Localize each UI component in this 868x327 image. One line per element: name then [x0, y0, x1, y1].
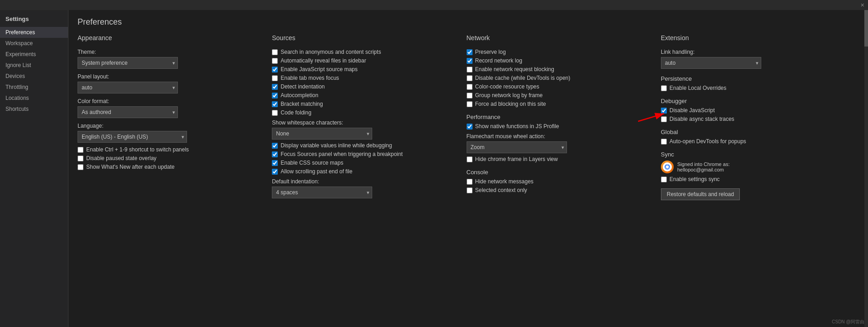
sidebar-item-experiments[interactable]: Experiments: [0, 49, 68, 60]
checkbox-color-code[interactable]: [467, 84, 473, 90]
checkbox-label-detect-indent: Detect indentation: [281, 83, 325, 90]
flamechart-select[interactable]: ZoomScroll: [467, 141, 567, 153]
sidebar: Settings PreferencesWorkspaceExperiments…: [0, 10, 68, 327]
checkbox-row-tab-moves-focus: Enable tab moves focus: [272, 75, 455, 81]
checkbox-bracket-matching[interactable]: [272, 101, 278, 107]
checkbox-row-bracket-matching: Bracket matching: [272, 101, 455, 107]
theme-label: Theme:: [78, 49, 261, 55]
checkbox-disable-cache[interactable]: [467, 75, 473, 81]
checkbox-row-disable-paused: Disable paused state overlay: [78, 155, 261, 161]
sidebar-item-workspace[interactable]: Workspace: [0, 38, 68, 49]
checkbox-enable-css-maps[interactable]: [272, 160, 278, 166]
extension-section-title: Extension: [661, 34, 844, 43]
checkbox-show-native[interactable]: [467, 124, 473, 130]
link-handling-select[interactable]: autonone: [661, 57, 761, 69]
checkbox-disable-js[interactable]: [661, 108, 667, 114]
checkbox-row-allow-scrolling: Allow scrolling past end of file: [272, 168, 455, 175]
checkbox-label-selected-context: Selected context only: [475, 187, 527, 193]
checkbox-code-folding[interactable]: [272, 110, 278, 116]
sidebar-item-ignore-list[interactable]: Ignore List: [0, 60, 68, 71]
content-area: Preferences Appearance Theme: System pre…: [68, 10, 864, 327]
color-format-select-wrapper: As authoredhexrgbhsl: [78, 106, 178, 118]
checkbox-search-anon[interactable]: [272, 49, 278, 55]
checkbox-hide-network-messages[interactable]: [467, 179, 473, 185]
checkbox-row-display-variable: Display variable values inline while deb…: [272, 142, 455, 149]
sidebar-item-shortcuts[interactable]: Shortcuts: [0, 104, 68, 114]
sync-signed-in-text: Signed into Chrome as:: [677, 161, 730, 167]
checkbox-focus-sources[interactable]: [272, 151, 278, 157]
checkbox-row-disable-cache: Disable cache (while DevTools is open): [467, 75, 650, 81]
sidebar-item-devices[interactable]: Devices: [0, 71, 68, 82]
checkbox-label-group-network: Group network log by frame: [475, 92, 543, 99]
performance-title: Performance: [467, 114, 650, 120]
checkbox-disable-async[interactable]: [661, 116, 667, 122]
scrollbar-thumb[interactable]: [864, 10, 868, 47]
checkbox-label-disable-paused: Disable paused state overlay: [86, 155, 156, 161]
checkbox-show-whats-new[interactable]: [78, 164, 83, 170]
checkbox-label-disable-async: Disable async stack traces: [670, 116, 734, 122]
watermark: CSDN @阿雷由: [832, 319, 864, 325]
checkbox-label-enable-local-overrides: Enable Local Overrides: [670, 85, 727, 91]
checkbox-label-hide-network-messages: Hide network messages: [475, 178, 534, 185]
appearance-column: Appearance Theme: System preferenceLight…: [78, 34, 272, 200]
color-format-select[interactable]: As authoredhexrgbhsl: [78, 106, 178, 118]
sidebar-title: Settings: [0, 12, 68, 27]
checkbox-label-enable-blocking: Enable network request blocking: [475, 66, 554, 73]
checkbox-label-disable-js: Disable JavaScript: [670, 107, 715, 114]
sidebar-item-locations[interactable]: Locations: [0, 93, 68, 104]
checkbox-label-show-native: Show native functions in JS Profile: [475, 123, 559, 130]
checkbox-detect-indent[interactable]: [272, 84, 278, 90]
checkbox-label-tab-moves-focus: Enable tab moves focus: [281, 75, 339, 81]
checkbox-enable-blocking[interactable]: [467, 67, 473, 73]
checkbox-label-enable-css-maps: Enable CSS source maps: [281, 160, 343, 166]
checkbox-preserve-log[interactable]: [467, 49, 473, 55]
checkbox-label-bracket-matching: Bracket matching: [281, 101, 323, 107]
language-select[interactable]: English (US) - English (US): [78, 131, 187, 143]
checkbox-selected-context[interactable]: [467, 187, 473, 193]
checkbox-enable-settings-sync[interactable]: [661, 176, 667, 182]
checkbox-label-allow-scrolling: Allow scrolling past end of file: [281, 168, 352, 175]
checkbox-row-code-folding: Code folding: [272, 109, 455, 116]
checkbox-label-focus-sources: Focus Sources panel when triggering a br…: [281, 151, 403, 157]
theme-select[interactable]: System preferenceLightDark: [78, 57, 178, 69]
checkbox-label-enable-js-source: Enable JavaScript source maps: [281, 66, 358, 73]
checkbox-row-enable-settings-sync: Enable settings sync: [661, 176, 844, 182]
avatar-inner: [663, 162, 672, 171]
checkbox-record-network[interactable]: [467, 58, 473, 64]
checkbox-row-show-native: Show native functions in JS Profile: [467, 123, 650, 130]
default-indent-select[interactable]: 2 spaces4 spaces8 spacesTab character: [272, 187, 372, 198]
checkbox-tab-moves-focus[interactable]: [272, 75, 278, 81]
scrollbar-track[interactable]: [864, 10, 868, 327]
checkbox-enable-js-source[interactable]: [272, 67, 278, 73]
checkbox-disable-paused[interactable]: [78, 156, 83, 161]
checkbox-label-autocompletion: Autocompletion: [281, 92, 318, 99]
checkbox-reveal-files[interactable]: [272, 58, 278, 64]
checkbox-row-enable-js-source: Enable JavaScript source maps: [272, 66, 455, 73]
persistence-title: Persistence: [661, 75, 844, 82]
checkbox-ctrl-switch[interactable]: [78, 147, 83, 153]
network-section-title: Network: [467, 34, 650, 43]
link-handling-label: Link handling:: [661, 49, 844, 55]
checkbox-display-variable[interactable]: [272, 143, 278, 149]
appearance-section-title: Appearance: [78, 34, 261, 43]
checkbox-group-network[interactable]: [467, 93, 473, 99]
checkbox-allow-scrolling[interactable]: [272, 169, 278, 175]
color-format-label: Color format:: [78, 98, 261, 104]
checkbox-enable-local-overrides[interactable]: [661, 85, 667, 91]
checkbox-auto-open-devtools[interactable]: [661, 139, 667, 145]
sidebar-item-throttling[interactable]: Throttling: [0, 82, 68, 93]
sidebar-item-preferences[interactable]: Preferences: [0, 27, 68, 38]
checkbox-force-ad-blocking[interactable]: [467, 101, 473, 107]
restore-defaults-button[interactable]: Restore defaults and reload: [661, 188, 740, 200]
checkbox-label-show-whats-new: Show What's New after each update: [86, 164, 175, 170]
whitespace-select[interactable]: NoneAllTrailing: [272, 128, 372, 140]
title-bar: ×: [0, 0, 868, 10]
checkbox-hide-chrome[interactable]: [467, 156, 473, 162]
link-handling-select-wrapper: autonone: [661, 57, 761, 69]
checkbox-row-record-network: Record network log: [467, 57, 650, 64]
checkbox-autocompletion[interactable]: [272, 93, 278, 99]
panel-layout-select[interactable]: autohorizontalvertical: [78, 82, 178, 93]
language-select-wrapper: English (US) - English (US): [78, 131, 187, 143]
flamechart-label: Flamechart mouse wheel action:: [467, 133, 650, 140]
close-button[interactable]: ×: [861, 1, 864, 9]
